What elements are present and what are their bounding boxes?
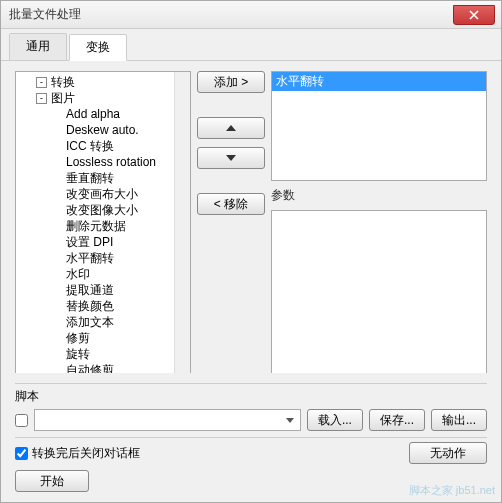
- tree-leaf[interactable]: 替换颜色: [18, 298, 188, 314]
- tree-leaf[interactable]: 删除元数据: [18, 218, 188, 234]
- tree-leaf[interactable]: 修剪: [18, 330, 188, 346]
- tree-leaf[interactable]: 水印: [18, 266, 188, 282]
- noaction-button[interactable]: 无动作: [409, 442, 487, 464]
- separator: [15, 383, 487, 384]
- tree-leaf[interactable]: 旋转: [18, 346, 188, 362]
- tree-root: -转换 -图片 Add alpha Deskew auto. ICC 转换 Lo…: [18, 74, 188, 406]
- tree-leaf[interactable]: 改变图像大小: [18, 202, 188, 218]
- right-column: 水平翻转 参数: [271, 71, 487, 406]
- script-label: 脚本: [15, 388, 487, 405]
- dialog-window: 批量文件处理 通用 变换 -转换 -图片 Add alpha Deskew au…: [0, 0, 502, 503]
- load-button[interactable]: 载入...: [307, 409, 363, 431]
- script-enable-checkbox[interactable]: [15, 414, 28, 427]
- close-after-checkbox[interactable]: [15, 447, 28, 460]
- expand-icon[interactable]: -: [36, 77, 47, 88]
- chevron-down-icon: [226, 155, 236, 161]
- script-combo[interactable]: [34, 409, 301, 431]
- selected-actions-list[interactable]: 水平翻转: [271, 71, 487, 181]
- close-after-label[interactable]: 转换完后关闭对话框: [15, 445, 140, 462]
- tab-general[interactable]: 通用: [9, 33, 67, 60]
- export-button[interactable]: 输出...: [431, 409, 487, 431]
- content-area: -转换 -图片 Add alpha Deskew auto. ICC 转换 Lo…: [1, 61, 501, 416]
- tree-leaf[interactable]: 改变画布大小: [18, 186, 188, 202]
- transform-tree[interactable]: -转换 -图片 Add alpha Deskew auto. ICC 转换 Lo…: [15, 71, 191, 406]
- tab-transform[interactable]: 变换: [69, 34, 127, 61]
- tree-leaf[interactable]: Lossless rotation: [18, 154, 188, 170]
- close-button[interactable]: [453, 5, 495, 25]
- tree-leaf[interactable]: ICC 转换: [18, 138, 188, 154]
- tree-node-image[interactable]: -图片: [18, 90, 188, 106]
- script-row: 载入... 保存... 输出...: [15, 409, 487, 431]
- tree-scrollbar[interactable]: [174, 72, 190, 405]
- collapse-icon[interactable]: -: [36, 93, 47, 104]
- close-icon: [469, 10, 479, 20]
- separator: [15, 437, 487, 438]
- start-button[interactable]: 开始: [15, 470, 89, 492]
- chevron-up-icon: [226, 125, 236, 131]
- remove-button[interactable]: < 移除: [197, 193, 265, 215]
- tree-leaf[interactable]: Add alpha: [18, 106, 188, 122]
- save-button[interactable]: 保存...: [369, 409, 425, 431]
- tree-leaf[interactable]: Deskew auto.: [18, 122, 188, 138]
- tree-leaf[interactable]: 添加文本: [18, 314, 188, 330]
- add-button[interactable]: 添加 >: [197, 71, 265, 93]
- titlebar: 批量文件处理: [1, 1, 501, 29]
- tree-node-transform[interactable]: -转换: [18, 74, 188, 90]
- list-item[interactable]: 水平翻转: [272, 72, 486, 91]
- transfer-buttons: 添加 > < 移除: [197, 71, 265, 406]
- start-row: 开始: [15, 470, 487, 492]
- move-up-button[interactable]: [197, 117, 265, 139]
- tree-leaf[interactable]: 设置 DPI: [18, 234, 188, 250]
- move-down-button[interactable]: [197, 147, 265, 169]
- params-label: 参数: [271, 187, 487, 204]
- bottom-panel: 脚本 载入... 保存... 输出... 转换完后关闭对话框 无动作 开始: [1, 373, 501, 502]
- tab-strip: 通用 变换: [1, 29, 501, 61]
- tree-leaf[interactable]: 水平翻转: [18, 250, 188, 266]
- tree-leaf[interactable]: 垂直翻转: [18, 170, 188, 186]
- tree-leaf[interactable]: 提取通道: [18, 282, 188, 298]
- close-after-row: 转换完后关闭对话框 无动作: [15, 442, 487, 464]
- window-title: 批量文件处理: [9, 6, 81, 23]
- chevron-down-icon: [282, 412, 298, 428]
